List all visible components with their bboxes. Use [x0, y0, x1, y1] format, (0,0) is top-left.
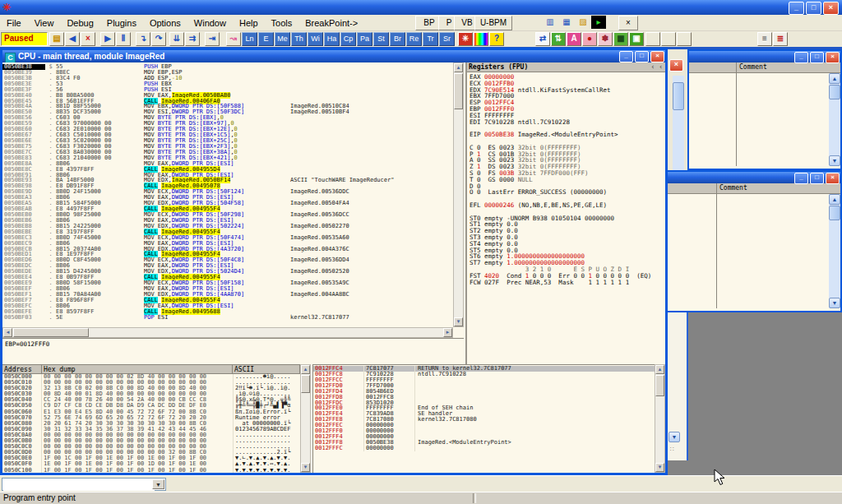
comment-window-1-titlebar[interactable]: _ □ × — [689, 51, 840, 62]
column-header-blank[interactable] — [668, 183, 717, 193]
options-gear-icon[interactable]: ✳ — [458, 32, 473, 46]
column-header-comment[interactable]: Comment — [737, 62, 840, 72]
stack-vscrollbar[interactable]: ▲ ▼ — [655, 364, 665, 473]
pane-button-tr[interactable]: Tr — [423, 32, 438, 46]
comment-window-2-titlebar[interactable]: _ □ × — [668, 172, 840, 183]
register-line[interactable]: T 0 GS 0000 NULL — [467, 177, 665, 183]
minimize-button[interactable]: _ — [794, 173, 808, 184]
registers-pane[interactable]: Registers (FPU) ‹ ‹ EAX 00000000ECX 0012… — [465, 62, 665, 364]
appearance-icon[interactable] — [474, 32, 488, 46]
disasm-row[interactable]: 0050BE38$55PUSH EBP — [2, 64, 453, 70]
save-icon[interactable]: ▦ — [559, 16, 574, 29]
go-back-icon[interactable]: ◀ — [65, 32, 80, 46]
close-icon[interactable]: × — [826, 173, 840, 184]
minimize-button[interactable]: _ — [789, 2, 804, 15]
maximize-button[interactable]: □ — [635, 51, 649, 62]
record-icon[interactable]: ● — [582, 32, 597, 46]
step-over-icon[interactable]: ↷ — [151, 32, 166, 46]
disabled-button[interactable] — [661, 32, 676, 46]
disassembly-pane[interactable]: 0050BE38$55PUSH EBP0050BE39.8BECMOV EBP,… — [2, 62, 453, 327]
pane-button-th[interactable]: Th — [291, 32, 307, 46]
pane-button-pa[interactable]: Pa — [357, 32, 372, 46]
register-line[interactable]: O 0 LastErr ERROR_SUCCESS (00000000) — [467, 189, 665, 196]
scroll-down-icon[interactable]: ▼ — [829, 298, 840, 308]
pause-icon[interactable]: Ⅱ — [116, 32, 131, 46]
close-icon[interactable]: × — [826, 52, 840, 63]
bookmarks-icon[interactable]: ⇅ — [551, 32, 566, 46]
toolbar-close-icon[interactable]: × — [618, 16, 638, 30]
scroll-thumb[interactable] — [829, 85, 840, 99]
scroll-down-icon[interactable]: ▼ — [655, 463, 664, 472]
pane-button-cp[interactable]: Cp — [340, 32, 356, 46]
scroll-up-icon[interactable]: ▲ — [829, 73, 840, 84]
go-to-address-icon[interactable]: ↝ — [226, 32, 241, 46]
animate-over-icon[interactable]: ⇉ — [185, 32, 200, 46]
folder-icon[interactable]: ▨ — [576, 16, 590, 29]
help-icon[interactable]: ? — [489, 32, 504, 46]
run-icon[interactable]: ▶ — [100, 32, 115, 46]
scroll-left-icon[interactable]: ◄ — [3, 328, 12, 337]
dump-row[interactable]: 0050C1001F 00 1F 00 1F 00 1F 00 1F 00 1F… — [2, 468, 300, 474]
scrollbar[interactable]: ▲ ▼ — [829, 194, 840, 308]
sliver-scrollbar[interactable] — [673, 76, 684, 170]
disassembly-vscrollbar[interactable]: ▲ ▼ — [453, 62, 464, 327]
stack-row[interactable]: 0012FFE87C817080kernel32.7C817080 — [313, 417, 655, 423]
scroll-up-icon[interactable]: ▲ — [829, 194, 840, 205]
register-line[interactable]: EFL 00000246 (NO,NB,E,BE,NS,PE,GE,LE) — [467, 202, 665, 209]
comment-window-2-body[interactable]: ▲ ▼ — [668, 194, 840, 308]
pane-button-wi[interactable]: Wi — [308, 32, 323, 46]
close-button[interactable]: × — [823, 2, 839, 15]
maximize-button[interactable]: □ — [806, 2, 821, 15]
pane-button-st[interactable]: St — [373, 32, 389, 46]
register-line[interactable]: FCW 027F Prec NEAR,53 Mask 1 1 1 1 1 1 — [467, 280, 665, 286]
assemble-icon[interactable]: A — [567, 32, 581, 46]
scroll-up-icon[interactable]: ▲ — [655, 365, 664, 374]
stack-row[interactable]: 0012FFD48054B6ED — [313, 389, 655, 395]
register-line[interactable]: EIP 0050BE38 ImageRed.<ModuleEntryPoint> — [467, 132, 665, 138]
disassembly-hscrollbar[interactable]: ◄ ► — [2, 327, 453, 338]
scroll-thumb[interactable] — [829, 206, 840, 220]
step-into-icon[interactable]: ↴ — [136, 32, 150, 46]
info-pane[interactable]: EBP=0012FFF0 — [2, 338, 464, 364]
open-file-icon[interactable]: ▤ — [49, 32, 64, 46]
scroll-up-icon[interactable]: ▲ — [301, 365, 310, 374]
scroll-up-icon[interactable]: ▲ — [454, 63, 463, 72]
scrollbar[interactable]: ▲ ▼ — [829, 73, 840, 166]
stack-row[interactable]: 0012FFE47C839AD8SE handler — [313, 411, 655, 417]
disasm-row[interactable]: 0050BE3E.53PUSH EBX — [2, 81, 453, 87]
combobox-dropdown-icon[interactable]: ▼ — [152, 479, 164, 489]
scroll-thumb[interactable] — [655, 375, 664, 396]
scroll-right-icon[interactable]: ► — [443, 328, 452, 337]
memory-map-icon[interactable]: ▦ — [613, 32, 628, 46]
stack-pane[interactable]: 0012FFC47C817077RETURN to kernel32.7C817… — [312, 364, 655, 473]
scroll-down-icon[interactable]: ▼ — [454, 317, 463, 326]
stack-row[interactable]: 0012FFE0FFFFFFFFEnd of SEH chain — [313, 405, 655, 411]
scroll-down-icon[interactable]: ▼ — [829, 155, 840, 166]
execute-till-return-icon[interactable]: ⇥ — [205, 32, 220, 46]
comment-window-1-body[interactable]: ▲ ▼ — [689, 73, 840, 166]
disabled-button[interactable] — [677, 32, 692, 46]
console-icon[interactable]: ▸ — [591, 16, 606, 29]
scroll-down-icon[interactable]: ▼ — [301, 463, 310, 472]
copy-icon[interactable]: ▥ — [543, 16, 557, 29]
stack-row[interactable]: 0012FFFC00000000 — [313, 446, 655, 451]
minimize-button[interactable]: _ — [794, 52, 808, 63]
minimize-button[interactable]: _ — [619, 51, 633, 62]
stack-row[interactable]: 0012FFEC00000000 — [313, 423, 655, 428]
stack-row[interactable]: 0012FFF80050BE38ImageRed.<ModuleEntryPoi… — [313, 440, 655, 446]
maximize-button[interactable]: □ — [810, 52, 824, 63]
hex-dump-pane[interactable]: Address Hex dump ASCII 0050C00000 00 00 … — [2, 364, 300, 473]
stack-row[interactable]: 0012FFC47C817077RETURN to kernel32.7C817… — [313, 366, 655, 372]
column-header-blank[interactable] — [689, 62, 737, 72]
log-list-icon[interactable]: ≡ — [757, 32, 772, 46]
pane-button-br[interactable]: Br — [390, 32, 405, 46]
maximize-button[interactable]: □ — [810, 173, 824, 184]
pane-button-ln[interactable]: Ln — [242, 32, 257, 46]
disasm-row[interactable]: 0050BEFE.E8 8597F8FFCALL ImageRed.004956… — [2, 309, 453, 315]
disasm-row[interactable]: 0050BE3B.83C4 F0ADD ESP,-10 — [2, 76, 453, 81]
scroll-thumb[interactable] — [454, 73, 463, 109]
scroll-down-icon[interactable]: ▼ — [669, 432, 680, 442]
close-program-icon[interactable]: × — [81, 32, 95, 46]
disasm-row[interactable]: 0050BF03.5EPOP ESIkernel32.7C817077 — [2, 315, 453, 321]
resize-grip[interactable]: ∷ — [670, 446, 674, 453]
